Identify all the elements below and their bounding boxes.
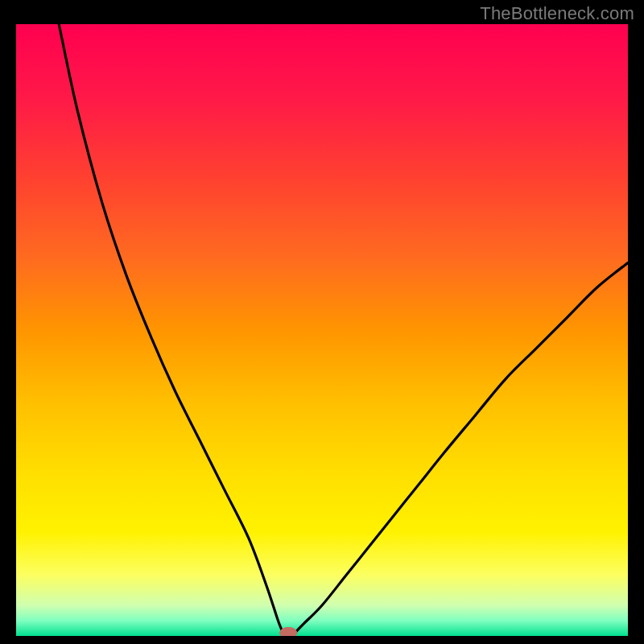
attribution-label: TheBottleneck.com <box>480 3 634 24</box>
chart-frame: TheBottleneck.com <box>0 0 644 644</box>
bottleneck-chart <box>16 24 628 636</box>
gradient-background <box>16 24 628 636</box>
plot-area <box>16 24 628 636</box>
minimum-marker <box>280 627 297 636</box>
